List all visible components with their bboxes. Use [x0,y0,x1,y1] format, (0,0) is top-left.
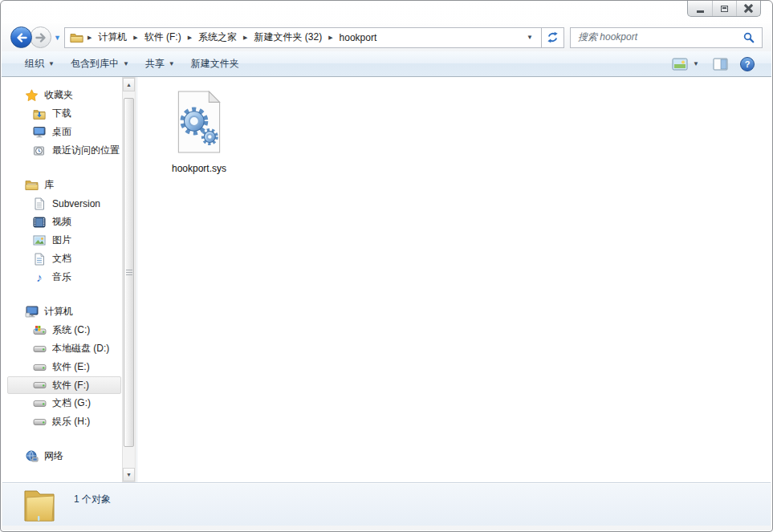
include-in-library-label: 包含到库中 [71,57,119,71]
sidebar-item-drive-h[interactable]: 娱乐 (H:) [7,412,122,431]
breadcrumb-separator-icon: ▶ [186,35,193,41]
video-icon [32,217,47,228]
address-dropdown-icon[interactable]: ▼ [520,34,539,41]
sidebar-item-label: 下载 [52,107,71,120]
back-icon [14,30,29,45]
minimize-button[interactable] [688,1,712,16]
file-list-area[interactable]: hookport.sys [137,77,771,482]
search-box[interactable]: 搜索 hookport [570,27,763,48]
sidebar-item-desktop[interactable]: 桌面 [7,123,122,141]
organize-label: 组织 [25,57,44,71]
organize-button[interactable]: 组织 ▼ [17,53,63,75]
sidebar-item-label: 娱乐 (H:) [52,415,90,428]
chevron-down-icon: ▼ [123,60,129,67]
breadcrumb-separator-icon: ▶ [132,35,139,41]
share-label: 共享 [145,57,165,71]
sidebar-item-drive-f-selected[interactable]: 软件 (F:) [7,376,121,394]
maximize-button[interactable] [712,1,736,16]
sidebar-item-favorites[interactable]: 收藏夹 [7,86,122,104]
sidebar-item-computer[interactable]: 计算机 [7,303,122,321]
minimize-icon [697,10,704,13]
back-button[interactable] [10,26,32,48]
sidebar-item-pictures[interactable]: 图片 [7,231,122,250]
drive-icon [32,399,47,408]
scroll-up-icon: ▲ [126,82,132,87]
include-in-library-button[interactable]: 包含到库中 ▼ [63,53,137,75]
sidebar-item-libraries[interactable]: 库 [7,176,122,194]
sidebar-item-drive-c[interactable]: 系统 (C:) [7,321,122,339]
forward-button[interactable] [30,26,51,48]
share-button[interactable]: 共享 ▼ [137,53,183,75]
sidebar-item-subversion[interactable]: Subversion [7,194,122,213]
preview-pane-button[interactable] [710,55,731,73]
sidebar-item-label: 计算机 [44,305,73,319]
breadcrumb-item[interactable]: 计算机 [93,27,132,47]
sidebar-item-label: 库 [44,178,54,192]
forward-icon [34,30,48,45]
sidebar-item-label: 本地磁盘 (D:) [52,342,109,355]
system-drive-icon [32,325,47,336]
sidebar-item-drive-d[interactable]: 本地磁盘 (D:) [7,339,122,358]
window-controls [687,1,761,17]
scrollbar-thumb[interactable] [124,98,134,447]
new-folder-button[interactable]: 新建文件夹 [183,53,247,75]
scroll-down-icon: ▼ [126,472,132,477]
chevron-down-icon: ▼ [48,60,55,67]
folder-icon [70,31,83,43]
command-bar: 组织 ▼ 包含到库中 ▼ 共享 ▼ 新建文件夹 [2,51,771,77]
favorites-section: 收藏夹 下载 [7,86,122,160]
desktop-icon [32,126,47,138]
sidebar-item-label: 桌面 [52,125,71,139]
file-item-hookport-sys[interactable]: hookport.sys [159,90,239,174]
sidebar-item-drive-g[interactable]: 文档 (G:) [7,394,122,412]
views-icon [672,58,688,71]
breadcrumb-item[interactable]: 新建文件夹 (32) [249,27,327,47]
computer-icon [24,306,39,318]
sidebar-item-recent-places[interactable]: 最近访问的位置 [7,141,122,160]
sidebar-item-videos[interactable]: 视频 [7,213,122,231]
sidebar-item-label: 音乐 [52,270,71,284]
sidebar-item-label: 收藏夹 [44,88,73,102]
item-count-label: 1 个对象 [74,493,111,506]
sidebar-item-label: 文档 (G:) [52,396,91,410]
close-icon [744,4,753,13]
navigation-pane: 收藏夹 下载 [7,77,122,482]
breadcrumb-item[interactable]: 软件 (F:) [140,27,186,47]
window-frame: ▼ ▶ 计算机 ▶ 软件 (F:) ▶ 系统之家 ▶ 新建文件夹 (32) ▶ … [0,0,773,532]
main-area: 收藏夹 下载 [2,77,771,482]
sidebar-item-network[interactable]: 网络 [7,447,122,465]
address-bar[interactable]: ▶ 计算机 ▶ 软件 (F:) ▶ 系统之家 ▶ 新建文件夹 (32) ▶ ho… [64,27,542,48]
scroll-down-button[interactable]: ▼ [123,468,135,481]
preview-pane-icon [713,58,728,71]
folder-icon [22,485,59,524]
sidebar-scrollbar[interactable]: ▲ ▼ [122,77,136,482]
sidebar-item-documents[interactable]: 文档 [7,250,122,268]
help-button[interactable]: ? [738,55,756,74]
sidebar-item-label: 最近访问的位置 [52,144,120,157]
scroll-up-button[interactable]: ▲ [123,78,135,91]
close-button[interactable] [736,1,760,16]
sidebar-item-drive-e[interactable]: 软件 (E:) [7,358,122,376]
star-icon [24,89,39,102]
music-icon: ♪ [32,272,47,283]
change-view-button[interactable]: ▼ [669,55,702,73]
title-bar[interactable] [1,1,772,23]
sidebar-item-label: 视频 [52,215,71,229]
refresh-button[interactable] [542,27,564,48]
sidebar-item-music[interactable]: ♪ 音乐 [7,268,122,286]
sidebar-item-label: 软件 (F:) [52,379,89,392]
libraries-section: 库 Subversion [7,176,122,286]
drive-icon [32,363,47,372]
toolbar-right-group: ▼ ? [669,55,756,74]
breadcrumb-item[interactable]: hookport [335,29,382,47]
pictures-icon [32,235,47,246]
status-bar: 1 个对象 [2,482,771,526]
sidebar-item-downloads[interactable]: 下载 [7,104,122,123]
search-icon[interactable] [743,32,755,43]
network-section: 网络 [7,447,122,465]
refresh-icon [547,31,559,43]
drive-icon [32,344,47,354]
recent-pages-chevron-icon[interactable]: ▼ [54,34,61,42]
document-icon [32,197,47,210]
breadcrumb-item[interactable]: 系统之家 [193,27,242,47]
